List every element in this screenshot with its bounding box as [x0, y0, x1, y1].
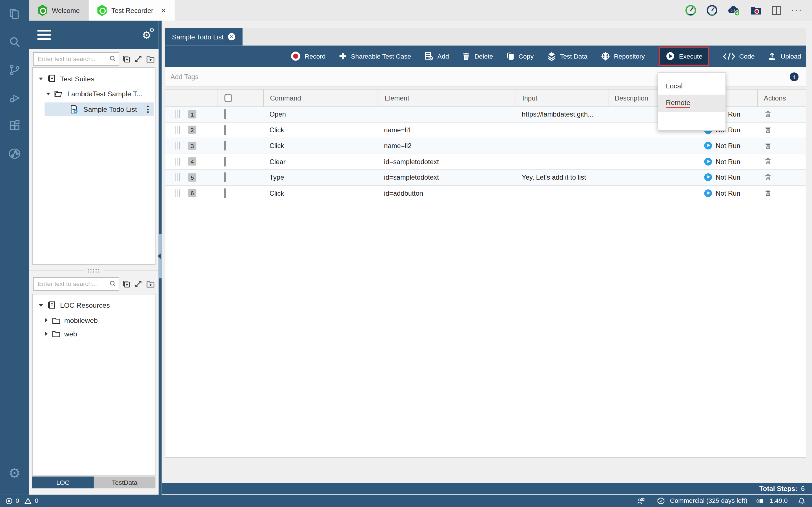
run-step-icon[interactable] [704, 189, 712, 197]
collapse-left-icon[interactable] [157, 253, 161, 259]
search-icon[interactable] [109, 55, 117, 63]
new-folder-icon[interactable] [146, 279, 156, 289]
more-options-kebab-icon[interactable] [147, 106, 149, 113]
chevron-down-icon[interactable] [39, 77, 43, 80]
expand-all-icon[interactable] [134, 279, 143, 289]
tree-item-sample-todo-list[interactable]: Sample Todo List [45, 103, 154, 116]
execute-button[interactable]: Execute [659, 47, 709, 66]
menu-item-remote[interactable]: Remote [658, 95, 725, 112]
column-header-input[interactable]: Input [516, 90, 608, 107]
cell-command[interactable]: Click [263, 126, 377, 134]
suites-search-input[interactable] [33, 52, 119, 66]
delete-step-icon[interactable] [764, 189, 806, 197]
delete-button[interactable]: Delete [462, 52, 493, 61]
tab-test-recorder[interactable]: Test Recorder ✕ [89, 0, 174, 21]
add-button[interactable]: Add [424, 51, 449, 61]
extensions-icon[interactable] [0, 112, 29, 139]
repository-button[interactable]: Repository [600, 51, 645, 61]
cell-status[interactable]: Not Run [700, 173, 757, 181]
settings-gear-icon[interactable]: ⚙ [0, 459, 29, 487]
row-checkbox[interactable] [224, 125, 226, 135]
cell-element[interactable]: id=addbutton [378, 189, 516, 197]
bell-icon[interactable] [798, 496, 806, 505]
tree-item-test-suites[interactable]: Test Suites [33, 72, 155, 85]
cell-element[interactable]: id=sampletodotext [378, 173, 516, 181]
cell-status[interactable]: Not Run [700, 158, 757, 166]
close-editor-tab-icon[interactable]: ✕ [227, 33, 235, 41]
cell-command[interactable]: Click [263, 142, 377, 150]
run-step-icon[interactable] [704, 142, 712, 150]
explorer-icon[interactable] [0, 0, 29, 28]
lambdatest-extension-icon[interactable] [0, 139, 29, 168]
license-badge-icon[interactable] [656, 496, 665, 505]
settings-gears-icon[interactable]: ⚙⚙ [142, 29, 151, 41]
resources-search-input[interactable] [33, 277, 119, 291]
cell-element[interactable]: name=li1 [378, 126, 516, 134]
feedback-icon[interactable] [636, 496, 646, 505]
expand-all-icon[interactable] [134, 54, 143, 64]
close-tab-icon[interactable]: ✕ [161, 7, 166, 14]
run-step-icon[interactable] [704, 173, 712, 181]
sidebar-splitter[interactable] [159, 21, 162, 495]
editor-tab-sample-todo-list[interactable]: Sample Todo List ✕ [165, 28, 242, 45]
search-icon[interactable] [0, 28, 29, 56]
cell-command[interactable]: Click [263, 189, 377, 197]
split-editor-icon[interactable] [771, 5, 782, 16]
more-actions-icon[interactable]: ··· [791, 8, 803, 12]
search-icon[interactable] [109, 280, 117, 288]
chevron-down-icon[interactable] [39, 304, 43, 306]
row-checkbox[interactable] [224, 157, 226, 166]
delete-step-icon[interactable] [764, 110, 806, 118]
delete-step-icon[interactable] [764, 126, 806, 134]
menu-hamburger-icon[interactable] [37, 30, 51, 40]
run-step-icon[interactable] [704, 158, 712, 166]
delete-step-icon[interactable] [764, 142, 806, 150]
drag-handle-icon[interactable] [175, 126, 181, 134]
drag-handle-icon[interactable] [175, 173, 181, 181]
delete-step-icon[interactable] [764, 173, 806, 181]
speedometer-blue-icon[interactable] [706, 4, 718, 17]
cell-input[interactable]: https://lambdatest.gith... [516, 110, 608, 118]
select-all-checkbox[interactable] [224, 94, 232, 102]
code-button[interactable]: Code [723, 52, 755, 60]
drag-handle-icon[interactable] [175, 158, 181, 166]
shareable-test-case-button[interactable]: Shareable Test Case [339, 52, 411, 60]
license-text[interactable]: Commercial (325 days left) [670, 497, 748, 504]
chevron-down-icon[interactable] [46, 92, 50, 95]
row-checkbox[interactable] [224, 172, 226, 182]
source-control-icon[interactable] [0, 56, 29, 83]
delete-step-icon[interactable] [764, 157, 806, 166]
cell-element[interactable]: id=sampletodotext [378, 158, 516, 166]
tree-item-web[interactable]: web [33, 327, 155, 340]
tab-welcome[interactable]: Welcome [29, 0, 89, 21]
cloud-code-add-icon[interactable]: {··} [727, 4, 741, 17]
drag-handle-icon[interactable] [175, 189, 181, 197]
chevron-right-icon[interactable] [45, 332, 48, 336]
tab-testdata[interactable]: TestData [94, 476, 156, 489]
tree-item-loc-resources[interactable]: LOC Resources [33, 298, 155, 312]
menu-item-local[interactable]: Local [658, 78, 725, 95]
drag-handle-icon[interactable] [175, 110, 181, 118]
speedometer-green-icon[interactable] [684, 4, 697, 17]
problems-indicator[interactable]: 0 0 [0, 497, 38, 505]
cell-status[interactable]: Not Run [700, 142, 757, 150]
panel-resize-handle[interactable] [29, 268, 159, 274]
tab-loc[interactable]: LOC [32, 476, 94, 489]
cell-status[interactable]: Not Run [700, 189, 757, 197]
version-icon[interactable] [756, 497, 765, 505]
cell-command[interactable]: Open [263, 110, 377, 118]
new-resource-icon[interactable] [122, 279, 131, 289]
test-data-button[interactable]: Test Data [547, 51, 588, 61]
cell-input[interactable]: Yey, Let's add it to list [516, 173, 608, 181]
add-tags-input[interactable] [165, 72, 632, 81]
new-test-case-icon[interactable] [122, 54, 131, 64]
upload-button[interactable]: Upload [768, 52, 801, 61]
run-debug-icon[interactable] [0, 84, 29, 112]
drag-handle-icon[interactable] [175, 142, 181, 150]
column-header-actions[interactable]: Actions [757, 90, 806, 107]
record-folder-icon[interactable] [750, 4, 762, 17]
cell-command[interactable]: Clear [263, 158, 377, 166]
info-icon[interactable]: i [790, 72, 799, 81]
row-checkbox[interactable] [224, 109, 226, 119]
cell-command[interactable]: Type [263, 173, 377, 181]
